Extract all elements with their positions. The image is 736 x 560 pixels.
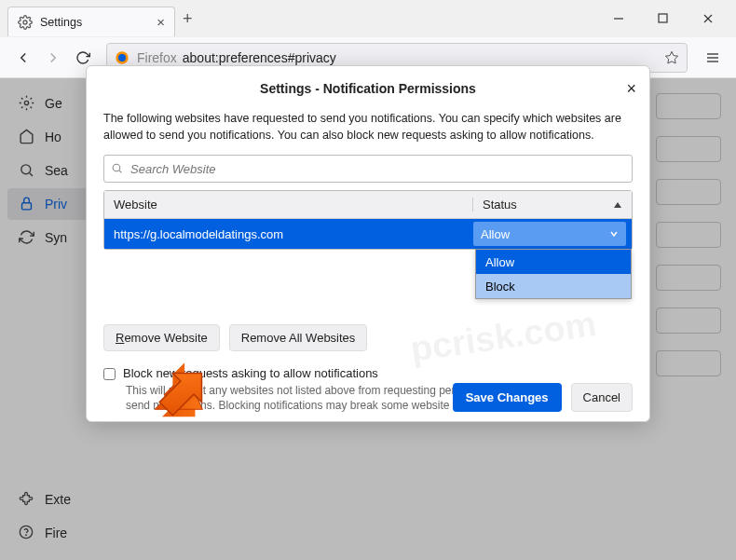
dialog-description: The following websites have requested to… — [103, 111, 633, 143]
new-tab-button[interactable]: + — [183, 9, 193, 29]
sort-icon — [613, 200, 622, 210]
chevron-down-icon — [609, 229, 619, 239]
remove-website-button[interactable]: Remove Website — [103, 324, 220, 351]
cancel-button[interactable]: Cancel — [571, 383, 633, 412]
firefox-icon — [115, 50, 129, 65]
maximize-button[interactable] — [658, 13, 678, 24]
dialog-close-button[interactable]: × — [626, 79, 636, 99]
browser-tab[interactable]: Settings × — [7, 7, 175, 36]
tab-title: Settings — [40, 16, 149, 29]
svg-point-0 — [23, 20, 27, 24]
gear-icon — [18, 15, 33, 30]
table-row[interactable]: https://g.localmodeldatings.com Allow — [104, 219, 632, 249]
block-new-requests-label: Block new requests asking to allow notif… — [123, 366, 378, 380]
column-website[interactable]: Website — [104, 198, 473, 212]
search-input[interactable] — [103, 155, 633, 183]
block-new-requests-checkbox[interactable] — [103, 368, 116, 380]
tab-close-button[interactable]: × — [157, 14, 165, 30]
bookmark-star-icon[interactable] — [664, 50, 679, 65]
table-header: Website Status — [104, 191, 632, 219]
website-url: https://g.localmodeldatings.com — [104, 227, 473, 241]
websites-table: Website Status https://g.localmodeldatin… — [103, 190, 633, 250]
svg-rect-2 — [659, 14, 667, 22]
status-dropdown[interactable]: Allow — [473, 222, 626, 246]
remove-all-websites-button[interactable]: Remove All Websites — [229, 324, 368, 351]
option-block[interactable]: Block — [476, 274, 631, 298]
status-dropdown-menu: Allow Block — [475, 249, 632, 299]
svg-marker-7 — [665, 51, 677, 63]
column-status[interactable]: Status — [473, 198, 632, 212]
window-controls — [613, 13, 729, 24]
titlebar: Settings × + — [0, 0, 736, 37]
svg-point-6 — [118, 54, 126, 61]
svg-marker-19 — [614, 202, 621, 208]
back-button[interactable] — [9, 44, 37, 72]
notification-permissions-dialog: Settings - Notification Permissions × Th… — [86, 65, 650, 422]
hamburger-menu-button[interactable] — [699, 44, 727, 72]
dialog-header: Settings - Notification Permissions × — [87, 66, 649, 111]
url-text: about:preferences#privacy — [183, 50, 336, 65]
close-window-button[interactable] — [702, 13, 723, 24]
search-icon — [111, 162, 123, 174]
minimize-button[interactable] — [613, 13, 634, 24]
option-allow[interactable]: Allow — [476, 250, 631, 274]
dialog-title: Settings - Notification Permissions — [260, 81, 476, 96]
search-website-field[interactable] — [103, 155, 633, 183]
svg-point-17 — [113, 164, 120, 171]
forward-button[interactable] — [39, 44, 67, 72]
url-prefix: Firefox — [137, 50, 177, 65]
save-changes-button[interactable]: Save Changes — [453, 383, 562, 412]
svg-line-18 — [119, 171, 121, 172]
